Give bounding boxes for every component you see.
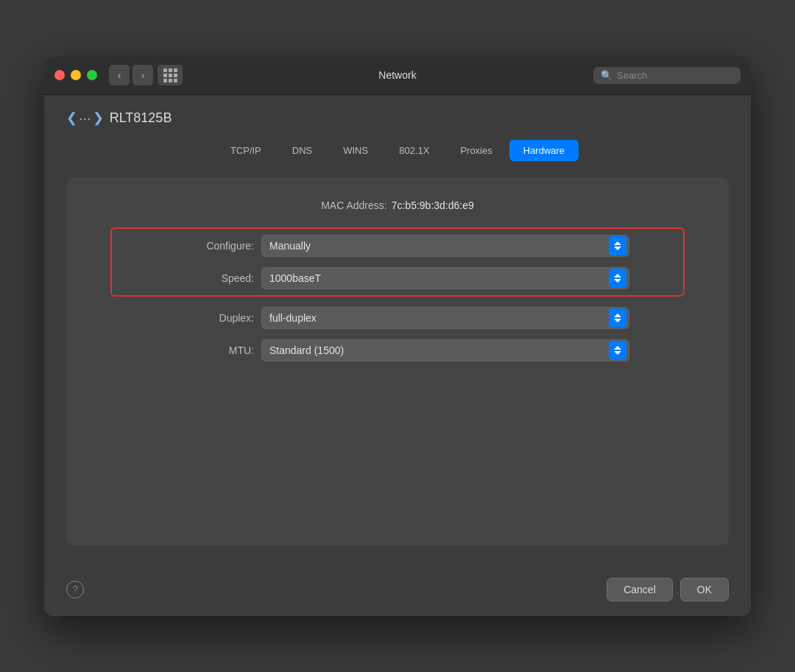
- search-bar[interactable]: 🔍: [593, 67, 741, 84]
- tab-bar: TCP/IP DNS WINS 802.1X Proxies Hardware: [66, 140, 729, 161]
- mtu-label: MTU:: [166, 344, 254, 356]
- window-title: Network: [378, 69, 416, 81]
- nav-buttons: ‹ ›: [109, 65, 153, 85]
- maximize-button[interactable]: [87, 70, 97, 80]
- forward-arrow-icon: ›: [141, 69, 145, 81]
- configure-select-wrapper: Manually Automatically: [261, 235, 629, 257]
- minimize-button[interactable]: [71, 70, 81, 80]
- dots-icon: ···: [79, 110, 91, 127]
- back-arrow-icon: ‹: [118, 69, 121, 81]
- tab-proxies[interactable]: Proxies: [446, 140, 506, 161]
- chevron-right-icon: ❯: [93, 110, 104, 126]
- speed-select[interactable]: 1000baseT 100baseT 2500baseT Auto: [261, 267, 629, 289]
- help-label: ?: [72, 584, 77, 595]
- grid-view-button[interactable]: [158, 65, 183, 85]
- duplex-label: Duplex:: [166, 312, 254, 324]
- back-nav: ❮ ··· ❯ RLT8125B: [66, 110, 729, 127]
- titlebar: ‹ › Network 🔍: [44, 57, 751, 95]
- mac-label: MAC Address:: [321, 199, 386, 211]
- duplex-row: Duplex: full-duplex half-duplex: [110, 307, 685, 329]
- mtu-select[interactable]: Standard (1500) Jumbo (9000) Custom: [261, 339, 629, 361]
- grid-icon: [163, 68, 177, 82]
- tab-dns[interactable]: DNS: [278, 140, 326, 161]
- duplex-select[interactable]: full-duplex half-duplex: [261, 307, 629, 329]
- network-window: ‹ › Network 🔍 ❮ ··· ❯: [44, 57, 751, 616]
- tab-wins[interactable]: WINS: [329, 140, 382, 161]
- tab-hardware[interactable]: Hardware: [509, 140, 579, 161]
- forward-button[interactable]: ›: [132, 65, 153, 85]
- mtu-select-wrapper: Standard (1500) Jumbo (9000) Custom: [261, 339, 629, 361]
- configure-label: Configure:: [166, 240, 254, 252]
- mtu-row: MTU: Standard (1500) Jumbo (9000) Custom: [110, 339, 685, 361]
- bottom-bar: ? Cancel OK: [44, 566, 751, 616]
- speed-label: Speed:: [166, 272, 254, 284]
- close-button[interactable]: [54, 70, 65, 80]
- cancel-button[interactable]: Cancel: [607, 578, 673, 601]
- tab-8021x[interactable]: 802.1X: [385, 140, 443, 161]
- hardware-panel: MAC Address: 7c:b5:9b:3d:d6:e9 Configure…: [66, 177, 729, 545]
- action-buttons: Cancel OK: [607, 578, 729, 601]
- traffic-lights: [54, 70, 97, 80]
- duplex-select-wrapper: full-duplex half-duplex: [261, 307, 629, 329]
- ok-button[interactable]: OK: [680, 578, 729, 601]
- speed-select-wrapper: 1000baseT 100baseT 2500baseT Auto: [261, 267, 629, 289]
- search-input[interactable]: [617, 70, 733, 81]
- highlighted-section: Configure: Manually Automatically: [110, 227, 685, 297]
- chevron-left-icon: ❮: [66, 110, 77, 126]
- help-button[interactable]: ?: [66, 581, 84, 598]
- main-content: ❮ ··· ❯ RLT8125B TCP/IP DNS WINS 802.1X …: [44, 95, 751, 566]
- tab-tcpip[interactable]: TCP/IP: [216, 140, 275, 161]
- search-icon: 🔍: [601, 70, 612, 81]
- mac-address-row: MAC Address: 7c:b5:9b:3d:d6:e9: [110, 199, 685, 211]
- back-nav-button[interactable]: ❮ ··· ❯: [66, 110, 104, 127]
- configure-row: Configure: Manually Automatically: [112, 235, 683, 257]
- mac-value: 7c:b5:9b:3d:d6:e9: [392, 199, 474, 211]
- speed-row: Speed: 1000baseT 100baseT 2500baseT Auto: [112, 267, 683, 289]
- configure-select[interactable]: Manually Automatically: [261, 235, 629, 257]
- device-name: RLT8125B: [110, 110, 172, 126]
- back-button[interactable]: ‹: [109, 65, 130, 85]
